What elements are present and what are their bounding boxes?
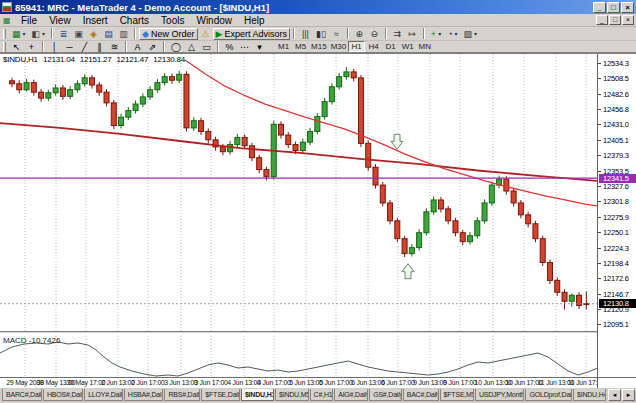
- candle: [300, 142, 305, 150]
- new-chart-button[interactable]: ▦▾: [9, 28, 29, 40]
- candle: [540, 239, 545, 263]
- toolbar-gripper[interactable]: [3, 42, 6, 52]
- cycle-lines-tool[interactable]: ⋯: [237, 41, 252, 53]
- metaeditor-button[interactable]: ⚠: [198, 28, 213, 40]
- restore-button[interactable]: □: [607, 2, 620, 13]
- child-minimize-button[interactable]: _: [596, 15, 608, 25]
- price-chart-canvas[interactable]: [0, 54, 597, 377]
- candle: [562, 292, 567, 301]
- navigator-button[interactable]: ◈: [86, 28, 101, 40]
- new-chart-icon: ▦: [12, 29, 21, 39]
- chart-shift-button[interactable]: ↦: [405, 28, 420, 40]
- cursor-tool[interactable]: ↖: [9, 41, 24, 53]
- minimize-button[interactable]: _: [593, 2, 606, 13]
- price-axis[interactable]: 12534.312508.512482.612456.812431.012405…: [597, 54, 636, 377]
- candle: [511, 191, 516, 203]
- timeframe-m5-button[interactable]: M5: [292, 41, 309, 52]
- chart-tab[interactable]: HBOS#,Daily: [43, 389, 83, 401]
- templates-button[interactable]: ▧▾: [461, 28, 481, 40]
- price-tick-label: 12508.5: [603, 74, 629, 83]
- vertical-line-tool[interactable]: │: [47, 41, 62, 53]
- bar-chart-button[interactable]: |||: [298, 28, 313, 40]
- candle: [569, 295, 574, 301]
- chart-tab[interactable]: $INDU,H1: [241, 389, 274, 401]
- menu-tools[interactable]: Tools: [155, 14, 190, 27]
- rectangle-tool[interactable]: ▭: [199, 41, 214, 53]
- strategy-tester-button[interactable]: ▥: [116, 28, 131, 40]
- chart-tab[interactable]: BARC#,Daily: [2, 389, 42, 401]
- timeframe-h1-button[interactable]: H1: [348, 41, 365, 52]
- line-chart-button[interactable]: ≈: [329, 28, 344, 40]
- horizontal-line-tool[interactable]: ─: [62, 41, 77, 53]
- child-restore-button[interactable]: □: [609, 15, 621, 25]
- zoom-out-button[interactable]: ⊖: [367, 28, 382, 40]
- timeframe-d1-button[interactable]: D1: [382, 41, 399, 52]
- chart-tab[interactable]: USDJPY,Monthly: [475, 389, 525, 401]
- auto-scroll-button[interactable]: ⇉: [390, 28, 405, 40]
- price-tick-label: 12379.3: [603, 151, 629, 160]
- candle: [17, 84, 22, 90]
- candle: [257, 158, 262, 170]
- triangle-tool[interactable]: △: [184, 41, 199, 53]
- chart-tab[interactable]: RBS#,Daily: [164, 389, 200, 401]
- arrows-tool[interactable]: ⇗: [145, 41, 160, 53]
- candle: [504, 179, 509, 191]
- fibonacci-tool[interactable]: ≋: [107, 41, 122, 53]
- market-watch-button[interactable]: ≣: [56, 28, 71, 40]
- more-tools-button[interactable]: ▾: [252, 41, 267, 53]
- toolbar-separator: [217, 41, 219, 52]
- new-order-button[interactable]: ◆New Order: [139, 28, 197, 40]
- timeframe-m1-button[interactable]: M1: [275, 41, 292, 52]
- timeframe-m30-button[interactable]: M30: [329, 41, 349, 52]
- tab-scroll-left-button[interactable]: ◂: [608, 389, 621, 401]
- expert-advisors-button[interactable]: ▶Expert Advisors: [213, 28, 290, 40]
- chart-tab[interactable]: GOLDprof,Daily: [525, 389, 571, 401]
- timeframe-w1-button[interactable]: W1: [399, 41, 416, 52]
- menu-file[interactable]: File: [15, 14, 43, 27]
- periods-button[interactable]: ◔▾: [444, 28, 460, 40]
- close-button[interactable]: ×: [621, 2, 634, 13]
- chart-tab[interactable]: BAC#,Daily: [403, 389, 439, 401]
- menu-insert[interactable]: Insert: [77, 14, 114, 27]
- menu-view[interactable]: View: [43, 14, 77, 27]
- chart-tab[interactable]: LLOY#,Daily: [84, 389, 123, 401]
- timeframe-m15-button[interactable]: M15: [309, 41, 329, 52]
- chart-tab[interactable]: $INDU,M5: [275, 389, 309, 401]
- indicators-button[interactable]: +▾: [428, 28, 444, 40]
- text-tool[interactable]: A: [130, 41, 145, 53]
- menu-window[interactable]: Window: [190, 14, 238, 27]
- chevron-down-icon: ▾: [23, 30, 26, 37]
- auto-scroll-icon: ⇉: [394, 29, 402, 39]
- ellipse-tool[interactable]: ◯: [168, 41, 184, 53]
- menu-help[interactable]: Help: [238, 14, 271, 27]
- menu-charts[interactable]: Charts: [114, 14, 155, 27]
- toolbar-gripper[interactable]: [3, 29, 6, 39]
- fibonacci-icon: ≋: [111, 42, 119, 52]
- chart-tab[interactable]: HSBA#,Daily: [124, 389, 164, 401]
- price-tick: 12224.3: [598, 244, 636, 252]
- data-window-button[interactable]: ▣: [71, 28, 86, 40]
- crosshair-tool[interactable]: +: [24, 41, 39, 53]
- timeframe-h4-button[interactable]: H4: [365, 41, 382, 52]
- price-tick-label: 12095.1: [603, 320, 629, 329]
- zoom-in-button[interactable]: ⊕: [352, 28, 367, 40]
- chart-tab[interactable]: $INDU,H4: [573, 389, 606, 401]
- time-axis[interactable]: 29 May 200830 May 13:0030 May 17:002 Jun…: [0, 377, 597, 388]
- chart-tab[interactable]: $FTSE,Daily: [201, 389, 240, 401]
- profiles-button[interactable]: ◧▾: [29, 28, 49, 40]
- chart-tab[interactable]: AIG#,Daily: [334, 389, 368, 401]
- candle: [315, 117, 320, 132]
- tab-scroll-right-button[interactable]: ▸: [622, 389, 635, 401]
- candle: [329, 87, 334, 102]
- terminal-button[interactable]: ▤: [101, 28, 116, 40]
- chart-tab[interactable]: $FTSE,M5: [440, 389, 474, 401]
- chart-tab[interactable]: C#,H1: [310, 389, 334, 401]
- fibo-fan-tool[interactable]: %: [222, 41, 237, 53]
- candlestick-chart-button[interactable]: ▮▯: [313, 28, 329, 40]
- trendline-tool[interactable]: ╱: [77, 41, 92, 53]
- candle: [438, 200, 443, 209]
- child-close-button[interactable]: ×: [622, 15, 634, 25]
- channel-tool[interactable]: ∥: [92, 41, 107, 53]
- timeframe-mn-button[interactable]: MN: [416, 41, 433, 52]
- chart-tab[interactable]: GS#,Daily: [369, 389, 402, 401]
